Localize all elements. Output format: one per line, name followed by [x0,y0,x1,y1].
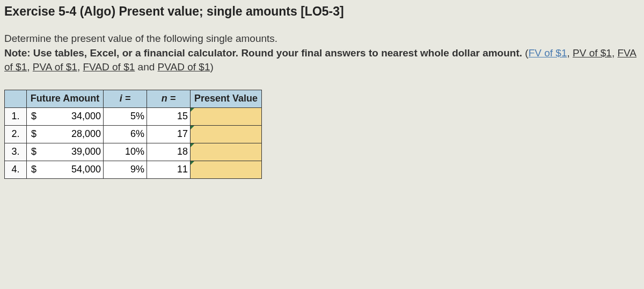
interest-rate: 6% [104,125,147,143]
table-row: 2. $ 28,000 6% 17 [5,125,262,143]
present-value-input[interactable] [191,107,262,125]
currency-symbol: $ [27,125,48,143]
interest-rate: 10% [104,143,147,161]
row-number: 3. [5,143,27,161]
cell-marker-icon [191,143,194,147]
header-blank [5,90,27,107]
table-row: 3. $ 39,000 10% 18 [5,143,262,161]
future-amount-value: 39,000 [47,143,104,161]
link-fv[interactable]: FV of $1 [529,47,567,59]
periods: 18 [147,143,191,161]
header-i: i = [104,90,147,107]
interest-rate: 9% [104,161,147,178]
cell-marker-icon [191,108,194,112]
periods: 11 [147,161,191,178]
present-value-input[interactable] [191,143,262,161]
data-table: Future Amount i = n = Present Value 1. $… [4,90,262,179]
exercise-title: Exercise 5-4 (Algo) Present value; singl… [4,4,640,19]
link-pv[interactable]: PV of $1 [573,47,612,59]
link-pva[interactable]: PVA of $1 [33,61,77,73]
present-value-input[interactable] [191,161,262,178]
paren-open: ( [522,47,529,59]
future-amount-value: 34,000 [47,107,104,125]
currency-symbol: $ [27,161,48,178]
currency-symbol: $ [27,107,48,125]
instructions-block: Determine the present value of the follo… [4,32,640,75]
present-value-input[interactable] [191,125,262,143]
periods: 17 [147,125,191,143]
currency-symbol: $ [27,143,48,161]
cell-marker-icon [191,161,194,165]
row-number: 1. [5,107,27,125]
instruction-note: Note: Use tables, Excel, or a financial … [4,47,522,59]
future-amount-value: 28,000 [47,125,104,143]
future-amount-value: 54,000 [47,161,104,178]
header-future-amount: Future Amount [27,90,104,107]
table-row: 1. $ 34,000 5% 15 [5,107,262,125]
paren-close: ) [210,61,213,73]
link-fvad[interactable]: FVAD of $1 [83,61,135,73]
table-row: 4. $ 54,000 9% 11 [5,161,262,178]
link-pvad[interactable]: PVAD of $1 [158,61,210,73]
periods: 15 [147,107,191,125]
header-present-value: Present Value [191,90,262,107]
and-text: and [135,61,157,73]
header-n: n = [147,90,191,107]
row-number: 2. [5,125,27,143]
instruction-line1: Determine the present value of the follo… [4,33,277,44]
row-number: 4. [5,161,27,178]
cell-marker-icon [191,126,194,129]
data-table-wrap: Future Amount i = n = Present Value 1. $… [4,90,640,179]
interest-rate: 5% [104,107,147,125]
